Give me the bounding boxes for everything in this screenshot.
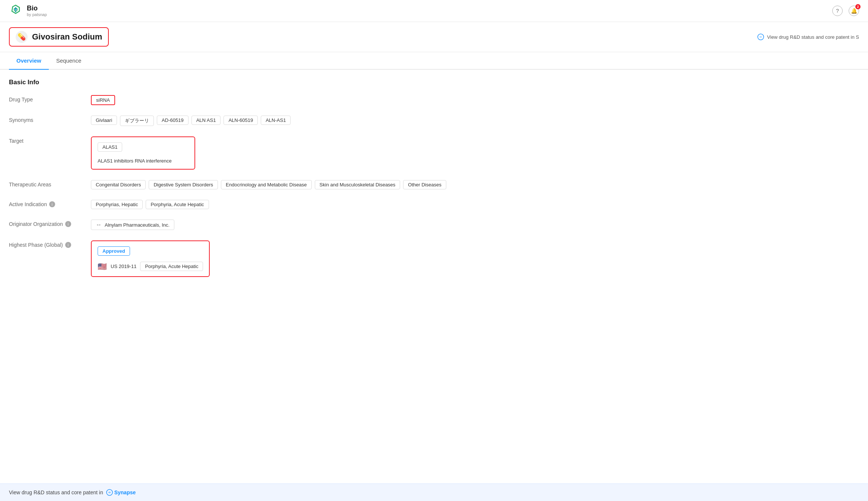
logo-text: Bio by patsnap <box>27 4 47 18</box>
synonyms-row: Synonyms Givlaari ギブラーリ AD-60519 ALN AS1… <box>9 116 859 126</box>
target-value: ALAS1 ALAS1 inhibitors RNA interference <box>91 136 859 170</box>
drug-title-right: View drug R&D status and core patent in … <box>757 34 859 40</box>
approval-indication: Porphyria, Acute Hepatic <box>140 262 203 271</box>
us-flag: 🇺🇸 <box>98 262 107 271</box>
org-icon: ↔ <box>96 221 102 228</box>
originator-info-icon[interactable]: i <box>65 221 71 227</box>
originator-org-label: Originator Organization i <box>9 220 83 227</box>
approval-row: 🇺🇸 US 2019-11 Porphyria, Acute Hepatic <box>98 262 203 271</box>
indication-tag-1: Porphyria, Acute Hepatic <box>146 200 209 209</box>
tabs: Overview Sequence <box>0 52 868 70</box>
drug-title-left: 💊 Givosiran Sodium <box>9 27 109 47</box>
originator-name: Alnylam Pharmaceuticals, Inc. <box>105 222 170 228</box>
indication-tag-0: Porphyrias, Hepatic <box>91 200 143 209</box>
synonyms-value: Givlaari ギブラーリ AD-60519 ALN AS1 ALN-6051… <box>91 116 859 126</box>
synonym-tag-3: ALN AS1 <box>191 116 221 125</box>
notification-badge: 2 <box>855 4 861 9</box>
notification-button[interactable]: 🔔 2 <box>849 6 859 16</box>
header-left: Bio by patsnap <box>9 4 47 18</box>
therapeutic-areas-value: Congenital Disorders Digestive System Di… <box>91 180 859 189</box>
section-title: Basic Info <box>9 79 859 86</box>
highest-phase-label: Highest Phase (Global) i <box>9 240 83 248</box>
therapeutic-tag-1: Digestive System Disorders <box>149 180 218 189</box>
target-label: Target <box>9 136 83 144</box>
drug-name: Givosiran Sodium <box>32 32 102 42</box>
tab-sequence[interactable]: Sequence <box>49 52 89 69</box>
therapeutic-tag-2: Endocrinology and Metabolic Disease <box>221 180 312 189</box>
synonyms-label: Synonyms <box>9 116 83 123</box>
header-right: ? 🔔 2 <box>832 6 859 16</box>
active-indication-value: Porphyrias, Hepatic Porphyria, Acute Hep… <box>91 200 859 209</box>
active-indication-label: Active Indication i <box>9 200 83 207</box>
highest-phase-row: Highest Phase (Global) i Approved 🇺🇸 US … <box>9 240 859 277</box>
active-indication-row: Active Indication i Porphyrias, Hepatic … <box>9 200 859 209</box>
target-tag: ALAS1 <box>98 142 122 152</box>
synonym-tag-5: ALN-AS1 <box>261 116 291 125</box>
approved-row: Approved <box>98 246 203 256</box>
active-indication-info-icon[interactable]: i <box>49 201 55 207</box>
help-icon: ? <box>836 8 839 14</box>
target-row-inner: ALAS1 <box>98 142 189 152</box>
help-button[interactable]: ? <box>832 6 843 16</box>
approval-date: US 2019-11 <box>111 264 136 269</box>
synonym-tag-1: ギブラーリ <box>120 116 154 126</box>
tab-overview[interactable]: Overview <box>9 52 49 69</box>
originator-tag: ↔ Alnylam Pharmaceuticals, Inc. <box>91 220 174 230</box>
drug-icon: 💊 <box>16 31 28 43</box>
synonym-tag-4: ALN-60519 <box>224 116 258 125</box>
approved-badge: Approved <box>98 246 130 256</box>
synonym-tag-0: Givlaari <box>91 116 117 125</box>
main-content: Basic Info Drug Type siRNA Synonyms Givl… <box>0 70 868 277</box>
drug-type-label: Drug Type <box>9 95 83 103</box>
therapeutic-areas-row: Therapeutic Areas Congenital Disorders D… <box>9 180 859 189</box>
synapse-icon <box>757 34 764 40</box>
drug-type-value: siRNA <box>91 95 859 105</box>
header: Bio by patsnap ? 🔔 2 <box>0 0 868 22</box>
target-row: Target ALAS1 ALAS1 inhibitors RNA interf… <box>9 136 859 170</box>
therapeutic-tag-0: Congenital Disorders <box>91 180 146 189</box>
target-mechanism-box: ALAS1 ALAS1 inhibitors RNA interference <box>91 136 195 170</box>
synonym-tag-2: AD-60519 <box>157 116 189 125</box>
mechanism-inner: ALAS1 inhibitors RNA interference <box>98 158 189 164</box>
bio-logo-icon <box>9 4 23 18</box>
drug-title-bar: 💊 Givosiran Sodium View drug R&D status … <box>0 22 868 52</box>
drug-type-row: Drug Type siRNA <box>9 95 859 105</box>
highest-phase-info-icon[interactable]: i <box>65 242 71 248</box>
view-link-text: View drug R&D status and core patent in … <box>767 34 859 40</box>
therapeutic-tag-3: Skin and Musculoskeletal Diseases <box>315 180 400 189</box>
logo-bio-label: Bio <box>27 4 47 13</box>
drug-type-tag: siRNA <box>91 95 115 105</box>
highest-phase-value: Approved 🇺🇸 US 2019-11 Porphyria, Acute … <box>91 240 859 277</box>
logo-patsnap-label: by patsnap <box>27 12 47 17</box>
originator-org-value: ↔ Alnylam Pharmaceuticals, Inc. <box>91 220 859 230</box>
therapeutic-areas-label: Therapeutic Areas <box>9 180 83 188</box>
originator-org-row: Originator Organization i ↔ Alnylam Phar… <box>9 220 859 230</box>
phase-box: Approved 🇺🇸 US 2019-11 Porphyria, Acute … <box>91 240 210 277</box>
therapeutic-tag-4: Other Diseases <box>403 180 446 189</box>
mechanism-text: ALAS1 inhibitors RNA interference <box>98 158 172 164</box>
